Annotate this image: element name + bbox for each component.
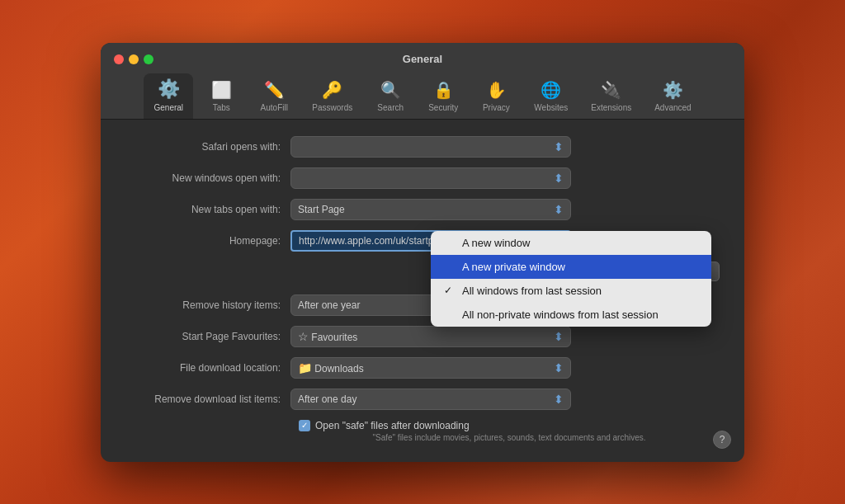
file-download-value: 📁 Downloads xyxy=(298,361,364,374)
dropdown-item-new-window[interactable]: A new window xyxy=(431,231,711,255)
passwords-label: Passwords xyxy=(312,103,352,112)
privacy-label: Privacy xyxy=(483,103,510,112)
general-label: General xyxy=(154,103,184,112)
advanced-label: Advanced xyxy=(654,103,691,112)
toolbar-item-websites[interactable]: 🌐 Websites xyxy=(524,75,578,119)
toolbar-item-autofill[interactable]: ✏️ AutoFill xyxy=(249,75,299,119)
extensions-icon: 🔌 xyxy=(601,80,621,100)
toolbar-item-privacy[interactable]: ✋ Privacy xyxy=(471,75,521,119)
passwords-icon: 🔑 xyxy=(322,80,342,100)
toolbar-item-search[interactable]: 🔍 Search xyxy=(366,75,415,119)
open-safe-files-checkbox[interactable]: ✓ xyxy=(299,420,310,431)
dropdown-item-all-windows-text: All windows from last session xyxy=(462,285,602,297)
remove-download-label: Remove download list items: xyxy=(125,393,290,405)
file-download-select[interactable]: 📁 Downloads ⬍ xyxy=(290,357,571,379)
new-windows-control: ⬍ xyxy=(290,167,720,189)
tabs-icon: ⬜ xyxy=(211,80,232,100)
open-safe-files-row: ✓ Open "safe" files after downloading xyxy=(125,420,720,431)
remove-download-row: Remove download list items: After one da… xyxy=(125,389,720,410)
chevron-down-icon-6: ⬍ xyxy=(554,361,564,374)
safari-opens-control: ⬍ xyxy=(290,136,720,158)
dropdown-item-new-private-window[interactable]: A new private window xyxy=(431,255,711,279)
start-page-value-text: Favourites xyxy=(311,332,357,343)
remove-history-label: Remove history items: xyxy=(125,299,290,311)
homepage-label: Homepage: xyxy=(125,235,290,247)
new-tabs-label: New tabs open with: xyxy=(125,204,290,215)
autofill-label: AutoFill xyxy=(261,103,288,112)
safari-opens-label: Safari opens with: xyxy=(125,141,290,153)
start-page-value: ☆ Favourites xyxy=(298,330,357,343)
maximize-button[interactable] xyxy=(144,54,153,64)
open-safe-files-label[interactable]: ✓ Open "safe" files after downloading xyxy=(299,420,470,431)
remove-download-value: After one day xyxy=(298,393,356,405)
dropdown-item-new-window-text: A new window xyxy=(462,237,530,249)
help-button[interactable]: ? xyxy=(713,431,731,449)
chevron-down-icon-5: ⬍ xyxy=(554,330,564,343)
new-tabs-select[interactable]: Start Page ⬍ xyxy=(290,199,571,220)
autofill-icon: ✏️ xyxy=(264,80,285,100)
star-icon: ☆ xyxy=(298,330,309,343)
open-safe-files-sub-text: "Safe" files include movies, pictures, s… xyxy=(372,433,645,442)
websites-icon: 🌐 xyxy=(541,80,561,100)
close-button[interactable] xyxy=(114,54,124,64)
titlebar: General ⚙️ General ⬜ Tabs ✏️ AutoFill 🔑 … xyxy=(101,43,744,120)
content-area: A new window A new private window All wi… xyxy=(101,120,744,462)
general-icon: ⚙️ xyxy=(158,78,180,100)
chevron-down-icon-7: ⬍ xyxy=(554,393,564,406)
dropdown-item-all-non-private-text: All non-private windows from last sessio… xyxy=(462,309,659,321)
new-tabs-control: Start Page ⬍ xyxy=(290,199,720,220)
toolbar-item-general[interactable]: ⚙️ General xyxy=(144,73,193,119)
dropdown-item-all-non-private[interactable]: All non-private windows from last sessio… xyxy=(431,303,711,327)
toolbar: ⚙️ General ⬜ Tabs ✏️ AutoFill 🔑 Password… xyxy=(144,73,701,119)
traffic-lights xyxy=(114,54,153,64)
privacy-icon: ✋ xyxy=(486,80,507,100)
websites-label: Websites xyxy=(534,103,568,112)
start-page-select[interactable]: ☆ Favourites ⬍ xyxy=(290,326,571,347)
toolbar-item-advanced[interactable]: ⚙️ Advanced xyxy=(644,75,701,119)
toolbar-item-extensions[interactable]: 🔌 Extensions xyxy=(581,75,641,119)
dropdown-item-all-windows[interactable]: All windows from last session xyxy=(431,279,711,303)
new-windows-select[interactable]: ⬍ xyxy=(290,167,571,189)
chevron-down-icon-3: ⬍ xyxy=(554,203,564,216)
extensions-label: Extensions xyxy=(591,103,631,112)
safari-opens-row: Safari opens with: ⬍ xyxy=(125,136,720,158)
chevron-down-icon: ⬍ xyxy=(554,140,564,153)
minimize-button[interactable] xyxy=(129,54,139,64)
remove-download-select[interactable]: After one day ⬍ xyxy=(290,389,571,410)
toolbar-item-passwords[interactable]: 🔑 Passwords xyxy=(302,75,362,119)
remove-history-value: After one year xyxy=(298,299,360,311)
search-label: Search xyxy=(377,103,404,112)
new-windows-row: New windows open with: ⬍ xyxy=(125,167,720,189)
safari-opens-dropdown[interactable]: A new window A new private window All wi… xyxy=(431,231,711,327)
file-download-control: 📁 Downloads ⬍ xyxy=(290,357,720,379)
new-tabs-value: Start Page xyxy=(298,204,345,215)
start-page-label: Start Page Favourites: xyxy=(125,331,290,342)
file-download-label: File download location: xyxy=(125,362,290,374)
window-title: General xyxy=(403,53,442,65)
chevron-down-icon-2: ⬍ xyxy=(554,172,564,185)
tabs-label: Tabs xyxy=(213,103,230,112)
open-safe-files-text: Open "safe" files after downloading xyxy=(315,420,470,431)
dropdown-item-new-private-window-text: A new private window xyxy=(462,261,565,273)
toolbar-item-tabs[interactable]: ⬜ Tabs xyxy=(196,75,246,119)
open-safe-files-subtitle: "Safe" files include movies, pictures, s… xyxy=(125,433,720,442)
start-page-row: Start Page Favourites: ☆ Favourites ⬍ xyxy=(125,326,720,347)
safari-opens-select[interactable]: ⬍ xyxy=(290,136,571,158)
preferences-window: General ⚙️ General ⬜ Tabs ✏️ AutoFill 🔑 … xyxy=(101,43,744,462)
new-tabs-row: New tabs open with: Start Page ⬍ xyxy=(125,199,720,220)
new-windows-label: New windows open with: xyxy=(125,172,290,184)
file-download-value-text: Downloads xyxy=(314,363,363,374)
start-page-control: ☆ Favourites ⬍ xyxy=(290,326,720,347)
search-icon: 🔍 xyxy=(380,80,401,100)
file-download-row: File download location: 📁 Downloads ⬍ xyxy=(125,357,720,379)
folder-icon: 📁 xyxy=(298,361,312,374)
security-icon: 🔒 xyxy=(433,80,454,100)
remove-download-control: After one day ⬍ xyxy=(290,389,720,410)
toolbar-item-security[interactable]: 🔒 Security xyxy=(418,75,468,119)
security-label: Security xyxy=(428,103,458,112)
advanced-icon: ⚙️ xyxy=(663,80,683,100)
